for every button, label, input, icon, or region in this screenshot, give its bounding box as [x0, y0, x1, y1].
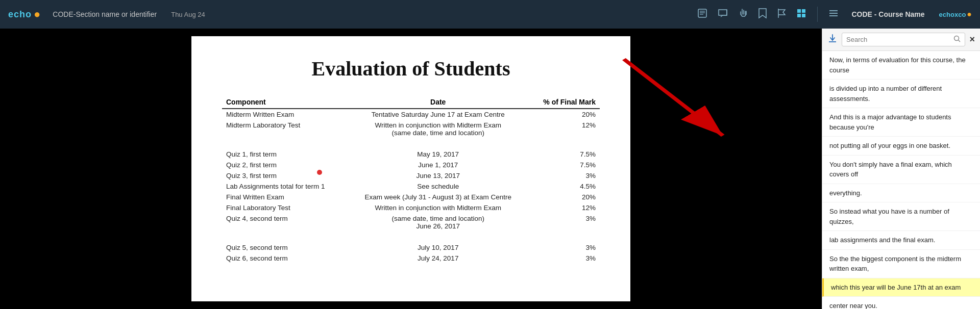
table-row: Quiz 6, second term July 24, 2017 3% [222, 253, 600, 264]
svg-line-16 [959, 40, 961, 42]
col-date: Date [348, 96, 529, 109]
svg-line-13 [624, 59, 723, 136]
svg-rect-5 [797, 9, 801, 13]
search-input[interactable] [846, 36, 953, 43]
close-button[interactable]: × [969, 34, 975, 45]
date-label: Thu Aug 24 [171, 11, 205, 18]
col-mark: % of Final Mark [529, 96, 600, 109]
logo: echo ● [8, 8, 40, 21]
section-label: CODE-Section name or identifier [53, 10, 157, 18]
course-name: CODE - Course Name [851, 10, 924, 18]
table-row: Midterm Written Exam Tentative Saturday … [222, 109, 600, 120]
transcript-item[interactable]: So the the biggest component is the midt… [822, 250, 980, 278]
slide-title: Evaluation of Students [222, 57, 600, 81]
svg-rect-7 [797, 14, 801, 17]
svg-point-15 [954, 36, 959, 41]
logo-text: echo [8, 9, 32, 20]
transcript-item[interactable]: everything. [822, 184, 980, 203]
slide-table: Component Date % of Final Mark Midterm W… [222, 96, 600, 264]
search-input-wrap[interactable] [842, 33, 965, 46]
video-area: Evaluation of Students Component Date % … [0, 29, 822, 309]
svg-rect-6 [802, 9, 805, 13]
transcript-item[interactable]: So instead what you have is a number of … [822, 202, 980, 231]
table-row: Quiz 5, second term July 10, 2017 3% [222, 242, 600, 253]
transcript-panel: × Now, in terms of evaluation for this c… [822, 29, 980, 309]
col-component: Component [222, 96, 348, 109]
slide-marker [317, 170, 322, 175]
table-row: Quiz 1, first term May 19, 2017 7.5% [222, 149, 600, 160]
echoxco-text: echoxco [939, 11, 966, 18]
svg-rect-0 [698, 9, 706, 17]
table-row [222, 138, 600, 149]
download-button[interactable] [827, 33, 838, 46]
table-row [222, 231, 600, 242]
main-layout: Evaluation of Students Component Date % … [0, 29, 980, 309]
table-row: Final Written Exam Exam week (July 31 - … [222, 192, 600, 202]
flag-icon[interactable] [776, 8, 787, 21]
transcript-item[interactable]: And this is a major advantage to student… [822, 108, 980, 137]
topbar: echo ● CODE-Section name or identifier T… [0, 0, 980, 29]
transcript-item[interactable]: not putting all of your eggs in one bask… [822, 137, 980, 156]
transcript-item[interactable]: You don't simply have a final exam, whic… [822, 156, 980, 184]
transcript-item[interactable]: lab assignments and the final exam. [822, 231, 980, 250]
echoxco-logo: echoxco ● [939, 10, 972, 19]
slide: Evaluation of Students Component Date % … [191, 36, 630, 301]
transcript-search-bar: × [822, 29, 980, 51]
transcript-list[interactable]: Now, in terms of evaluation for this cou… [822, 51, 980, 309]
chat-icon[interactable] [717, 8, 728, 21]
table-row: Final Laboratory Test Written in conjunc… [222, 202, 600, 213]
topbar-icons [697, 8, 807, 21]
layers-icon[interactable] [796, 8, 807, 21]
table-row: Quiz 4, second term (same date, time and… [222, 213, 600, 231]
transcript-item[interactable]: is divided up into a number of different… [822, 80, 980, 108]
raise-hand-icon[interactable] [738, 8, 749, 21]
table-row: Midterm Laboratory Test Written in conju… [222, 120, 600, 138]
transcript-item-highlighted[interactable]: which this year will be June 17th at an … [822, 278, 980, 297]
table-row: Lab Assignments total for term 1 See sch… [222, 181, 600, 192]
transcript-item[interactable]: Now, in terms of evaluation for this cou… [822, 51, 980, 80]
echoxco-dot: ● [967, 10, 972, 19]
table-row: Quiz 2, first term June 1, 2017 7.5% [222, 160, 600, 170]
logo-dot: ● [34, 8, 40, 21]
svg-rect-8 [802, 14, 805, 17]
menu-icon[interactable] [828, 8, 839, 21]
transcript-item[interactable]: center near you. [822, 297, 980, 309]
search-icon [953, 35, 961, 44]
bookmark-icon[interactable] [758, 8, 767, 21]
transcript-icon[interactable] [697, 8, 708, 21]
table-row: Quiz 3, first term June 13, 2017 3% [222, 170, 600, 181]
